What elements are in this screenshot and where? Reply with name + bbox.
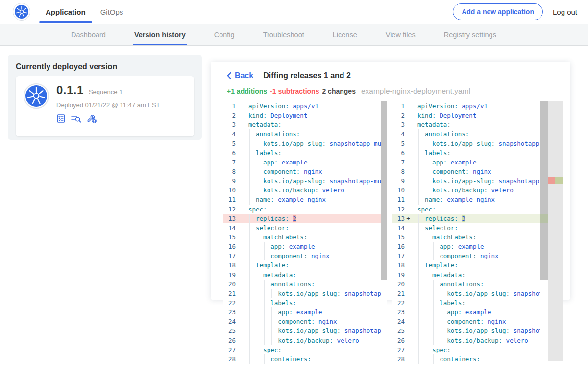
indent-guide [426, 280, 426, 289]
diff-marker [405, 242, 412, 251]
scrollbar-thumb[interactable] [381, 101, 387, 280]
minimap-deletion-marker [548, 177, 555, 184]
subnav-item-view-files[interactable]: View files [386, 24, 416, 45]
line-number: 25 [392, 326, 405, 335]
code-line: 26 kots.io/backup: velero [223, 336, 381, 345]
indent-guide [418, 129, 419, 139]
indent-guide [426, 345, 426, 354]
diff-panel-original[interactable]: 1apiVersion: apps/v12kind: Deployment3me… [223, 101, 387, 364]
code-text: app: example [412, 242, 484, 251]
line-number: 14 [392, 223, 405, 233]
subnav-item-version-history[interactable]: Version history [134, 24, 186, 45]
subnav-item-troubleshoot[interactable]: Troubleshoot [263, 24, 304, 45]
code-line: 19 metadata: [223, 270, 381, 280]
line-number: 3 [392, 120, 405, 129]
currently-deployed-card: Currently deployed version [8, 55, 202, 140]
add-a-new-application-button[interactable]: Add a new application [453, 3, 543, 20]
code-text: annotations: [243, 280, 315, 289]
code-line: 14 selector: [392, 223, 540, 233]
line-number: 8 [223, 167, 236, 176]
indent-guide [418, 195, 419, 204]
scrollbar-thumb[interactable] [540, 101, 548, 280]
code-text: annotations: [412, 280, 484, 289]
indent-guide [257, 186, 257, 195]
tab-application[interactable]: Application [38, 0, 93, 24]
minimap-addition-marker [555, 177, 564, 184]
code-text: app: example [412, 158, 476, 167]
indent-guide [433, 280, 434, 289]
code-line: 17 component: nginx [392, 251, 540, 260]
indent-guide [418, 242, 419, 251]
diff-marker [405, 111, 412, 120]
line-number: 18 [392, 260, 405, 270]
code-text: app: example [243, 242, 315, 251]
indent-guide [264, 280, 265, 289]
code-text: kind: Deployment [243, 111, 307, 120]
line-number: 19 [392, 270, 405, 280]
code-text: app: example [243, 158, 307, 167]
indent-guide [418, 354, 419, 364]
tab-gitops[interactable]: GitOps [93, 0, 131, 24]
code-text: spec: [243, 345, 282, 354]
code-line: 20 annotations: [223, 280, 381, 289]
view-logs-icon[interactable] [71, 114, 82, 123]
indent-guide [264, 317, 265, 326]
line-number: 28 [392, 354, 405, 364]
code-line: 12spec: [223, 205, 381, 214]
diff-marker [236, 148, 243, 158]
indent-guide [433, 307, 434, 317]
indent-guide [441, 289, 441, 298]
code-line: 22 labels: [223, 298, 381, 307]
indent-guide [264, 242, 265, 251]
diff-marker: + [405, 214, 412, 223]
minimap[interactable] [548, 101, 564, 361]
diff-marker [236, 298, 243, 307]
subnav-item-dashboard[interactable]: Dashboard [71, 24, 106, 45]
code-line: 18 template: [392, 260, 540, 270]
code-text: annotations: [412, 129, 469, 139]
code-line: 20 annotations: [392, 280, 540, 289]
line-number: 17 [392, 251, 405, 260]
diff-marker [405, 336, 412, 345]
diff-marker [236, 139, 243, 148]
back-button[interactable]: Back [227, 71, 253, 80]
code-text: kots.io/app-slug: snapshotapp-mu [412, 176, 540, 186]
subnav-item-config[interactable]: Config [214, 24, 235, 45]
indent-guide [426, 336, 426, 345]
indent-guide [426, 233, 426, 242]
diff-marker [236, 307, 243, 317]
code-line: 24 component: nginx [392, 317, 540, 326]
code-line: 28 containers: [223, 354, 381, 364]
indent-guide [426, 139, 426, 148]
code-line: 8 component: nginx [392, 167, 540, 176]
indent-guide [249, 354, 250, 364]
indent-guide [433, 251, 434, 260]
code-line: 23 app: example [392, 307, 540, 317]
indent-guide [264, 307, 265, 317]
indent-guide [426, 307, 426, 317]
edit-config-icon[interactable] [86, 113, 97, 123]
release-notes-icon[interactable] [56, 114, 66, 123]
subnav-item-registry-settings[interactable]: Registry settings [444, 24, 496, 45]
indent-guide [426, 298, 426, 307]
indent-guide [249, 289, 250, 298]
indent-guide [249, 260, 250, 270]
diff-marker [405, 260, 412, 270]
kubernetes-logo [13, 3, 30, 21]
diff-marker [405, 251, 412, 260]
indent-guide [433, 298, 434, 307]
diff-panel-modified[interactable]: 1apiVersion: apps/v12kind: Deployment3me… [392, 101, 564, 364]
indent-guide [426, 176, 426, 186]
indent-guide [418, 186, 419, 195]
indent-guide [257, 280, 257, 289]
code-line: 4 annotations: [392, 129, 540, 139]
diff-marker: - [236, 214, 243, 223]
code-line: 5 kots.io/app-slug: snapshotapp-mu [392, 139, 540, 148]
indent-guide [249, 345, 250, 354]
logout-link[interactable]: Log out [553, 8, 577, 16]
code-line: 24 component: nginx [223, 317, 381, 326]
diff-marker [236, 270, 243, 280]
code-text: annotations: [243, 129, 300, 139]
subnav-item-license[interactable]: License [333, 24, 357, 45]
diff-marker [405, 129, 412, 139]
